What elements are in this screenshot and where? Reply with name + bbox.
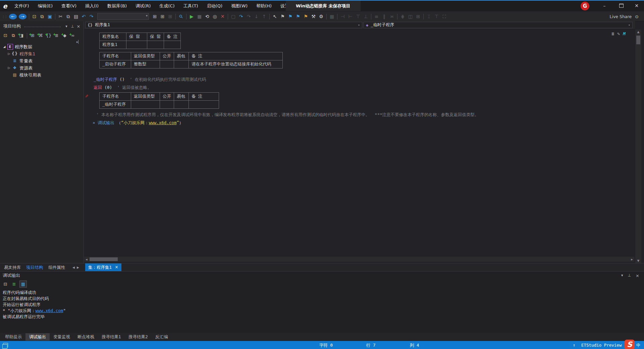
bottom-tab-帮助提示[interactable]: 帮助提示 bbox=[1, 333, 25, 341]
menu-item-1[interactable]: 编辑(E) bbox=[34, 1, 57, 11]
table-row[interactable]: 程序集1 bbox=[100, 41, 181, 49]
member-mode-icon[interactable]: M bbox=[623, 31, 626, 36]
bookmark-toggle-icon[interactable]: ⚑ bbox=[302, 12, 310, 20]
tree-item-程序数据[interactable]: ◢E程序数据 bbox=[0, 43, 84, 50]
horizontal-scroll-thumb[interactable] bbox=[90, 257, 118, 261]
full-screen-icon[interactable]: ⛶ bbox=[440, 12, 448, 20]
add-window-icon[interactable]: ⊞+ bbox=[29, 32, 37, 40]
source-list-icon[interactable]: ⧉ bbox=[9, 32, 17, 40]
document-tab[interactable]: 集：程序集1 × bbox=[85, 263, 121, 271]
save-icon[interactable]: ▣ bbox=[46, 12, 54, 20]
bottom-tab-搜寻结果2[interactable]: 搜寻结果2 bbox=[125, 333, 152, 341]
member-dropdown[interactable]: ◈ _临时子程序 ▾ bbox=[364, 22, 633, 28]
menu-item-9[interactable]: 视图(W) bbox=[227, 1, 252, 11]
start-sub-table[interactable]: 子程序名返回值类型公开易包备 注_启动子程序整数型 请在本子程序中放置动态链接库… bbox=[99, 52, 283, 68]
code-line-return[interactable]: 返回 (0) ' 返回值被忽略。 bbox=[94, 85, 152, 91]
panel-close-icon[interactable]: × bbox=[636, 273, 639, 278]
center-vertical-icon[interactable]: ∥ bbox=[380, 12, 388, 20]
sort-members-icon[interactable]: ≣ bbox=[612, 31, 614, 36]
menu-item-10[interactable]: 帮助(H) bbox=[252, 1, 276, 11]
stop-debug-icon[interactable]: ✕ bbox=[219, 12, 226, 20]
space-across-icon[interactable]: ⋕ bbox=[399, 12, 407, 20]
tab-scroll-arrows[interactable]: ◀▶ bbox=[72, 266, 85, 269]
bottom-tab-断点堆栈[interactable]: 断点堆栈 bbox=[74, 333, 98, 341]
align-left-icon[interactable]: ⊣ bbox=[339, 12, 346, 20]
scroll-right-icon[interactable]: ▶ bbox=[630, 258, 634, 261]
find-in-files-icon[interactable]: ⚲ bbox=[175, 11, 186, 22]
insert-disabled-icon[interactable]: ⊞ bbox=[166, 12, 174, 20]
tree-item-常量表[interactable]: ≣常量表 bbox=[0, 57, 84, 64]
align-right-icon[interactable]: ⊢ bbox=[346, 12, 354, 20]
debug-output-call-line[interactable]: » 调试输出 （“小刀娱乐网：www.x6d.com”） bbox=[93, 120, 183, 126]
assembly-table[interactable]: 程序集名保 留保 留备 注程序集1 bbox=[99, 33, 181, 49]
settings-gear-icon[interactable]: ⚙ bbox=[317, 12, 325, 20]
output-console-icon[interactable]: ⊟ bbox=[2, 281, 9, 287]
menu-item-6[interactable]: 生成(C) bbox=[155, 1, 179, 11]
menu-item-0[interactable]: 文件(F) bbox=[10, 1, 34, 11]
lock-controls-icon[interactable]: ⊤ bbox=[433, 12, 440, 20]
copy-icon[interactable]: ⧉ bbox=[64, 12, 72, 20]
output-chart-icon[interactable]: ▦ bbox=[19, 281, 27, 288]
add-flow-icon[interactable]: ⌘+ bbox=[37, 32, 45, 40]
vertical-scrollbar[interactable]: ▲ ▼ bbox=[635, 30, 641, 263]
menu-item-2[interactable]: 查看(V) bbox=[57, 1, 81, 11]
redo-icon[interactable]: ↷ bbox=[88, 12, 95, 20]
ime-mode-badge[interactable]: 中 bbox=[636, 341, 641, 349]
panel-close-icon[interactable]: × bbox=[75, 24, 82, 29]
select-cursor-icon[interactable]: ↖ bbox=[271, 12, 279, 20]
new-project-icon[interactable]: ⊡ bbox=[31, 12, 38, 20]
step-out-icon[interactable]: ↑ bbox=[260, 12, 268, 20]
insert-col-icon[interactable]: ⊞ bbox=[159, 12, 166, 20]
debug-window-icon[interactable]: ▢ bbox=[229, 12, 237, 20]
toolbar-combobox[interactable]: ▾ bbox=[97, 13, 149, 20]
table-cell[interactable]: 整数型 bbox=[131, 60, 160, 68]
attach-process-icon[interactable]: ◎ bbox=[211, 12, 219, 20]
run-icon[interactable]: ▶ bbox=[188, 12, 196, 20]
output-list-icon[interactable]: ≣ bbox=[11, 281, 17, 287]
forward-icon[interactable]: → bbox=[19, 14, 26, 19]
panel-tab-组件属性[interactable]: 组件属性 bbox=[46, 263, 68, 271]
rename-member-icon[interactable]: ✎ bbox=[617, 31, 620, 36]
panel-dropdown-icon[interactable]: ▾ bbox=[63, 24, 69, 29]
align-bottom-icon[interactable]: ⊥ bbox=[362, 12, 370, 20]
scope-dropdown[interactable]: {} 程序集1 ▾ bbox=[85, 22, 362, 28]
table-cell[interactable] bbox=[147, 41, 164, 49]
live-share[interactable]: Live Share ⊙ bbox=[610, 14, 643, 19]
add-class-icon[interactable]: ≣+ bbox=[53, 32, 61, 40]
panel-tab-易支持库[interactable]: 易支持库 bbox=[1, 263, 23, 271]
bottom-tab-反汇编[interactable]: 反汇编 bbox=[152, 333, 172, 341]
output-link[interactable]: www.x6d.com bbox=[36, 308, 63, 313]
table-cell[interactable]: _临时子程序 bbox=[100, 101, 131, 109]
same-size-icon[interactable]: ≍ bbox=[388, 12, 396, 20]
table-cell[interactable] bbox=[126, 41, 147, 49]
layout-grip-icon[interactable] bbox=[3, 343, 8, 347]
cut-icon[interactable]: ✂ bbox=[57, 12, 64, 20]
horizontal-scrollbar[interactable]: ◀ ▶ bbox=[84, 257, 634, 262]
vertical-scroll-thumb[interactable] bbox=[636, 36, 640, 44]
tree-collapsed-icon[interactable]: ▷ bbox=[7, 64, 11, 71]
code-editor[interactable]: {} 程序集1 ▾ ◈ _临时子程序 ▾ ≣✎M 程序集名保 留保 留备 注程序… bbox=[84, 21, 635, 263]
scroll-left-icon[interactable]: ◀ bbox=[84, 258, 89, 261]
ime-logo-icon[interactable]: S bbox=[625, 340, 635, 349]
g-badge-icon[interactable]: G bbox=[581, 2, 589, 10]
make-same-width-icon[interactable]: ⊞ bbox=[414, 12, 422, 20]
space-down-icon[interactable]: ◫ bbox=[407, 12, 414, 20]
add-module-icon[interactable]: ∞+ bbox=[69, 32, 77, 40]
panel-pin-icon[interactable]: ⊥ bbox=[69, 24, 75, 29]
table-cell[interactable] bbox=[174, 101, 189, 109]
panel-pin-icon[interactable]: ⊥ bbox=[628, 273, 631, 278]
add-resource-icon[interactable]: ◆+ bbox=[61, 32, 69, 40]
table-row[interactable]: _临时子程序 bbox=[100, 101, 219, 109]
add-component-icon[interactable]: ◨+ bbox=[17, 32, 25, 40]
table-cell[interactable] bbox=[164, 41, 181, 49]
menu-item-8[interactable]: 启动(Q) bbox=[203, 1, 227, 11]
tools-wrench-icon[interactable]: ⚒ bbox=[310, 12, 317, 20]
scroll-down-icon[interactable]: ▼ bbox=[635, 259, 641, 262]
step-over-icon[interactable]: ↷ bbox=[237, 12, 245, 20]
tree-collapsed-icon[interactable]: ▷ bbox=[7, 50, 11, 57]
table-cell[interactable] bbox=[160, 101, 174, 109]
menu-item-7[interactable]: 工具(T) bbox=[179, 1, 203, 11]
step-over-alt-icon[interactable]: ↷ bbox=[245, 12, 253, 20]
insert-row-icon[interactable]: ⊞ bbox=[151, 12, 159, 20]
table-cell[interactable]: 程序集1 bbox=[100, 41, 126, 49]
